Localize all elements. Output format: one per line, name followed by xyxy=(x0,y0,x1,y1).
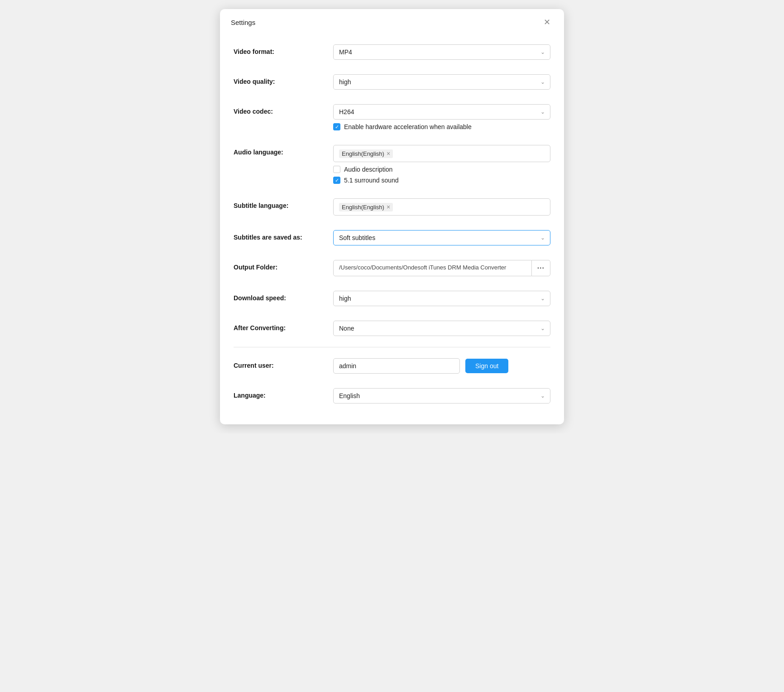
output-folder-wrapper: /Users/coco/Documents/Ondesoft iTunes DR… xyxy=(333,260,550,276)
language-select-wrapper: English Chinese Japanese ⌄ xyxy=(333,388,550,404)
language-row: Language: English Chinese Japanese ⌄ xyxy=(234,381,550,411)
current-user-row: Current user: Sign out xyxy=(234,351,550,381)
video-format-select-wrapper: MP4 MOV MKV AVI ⌄ xyxy=(333,44,550,60)
subtitles-saved-as-select[interactable]: Soft subtitles Hard subtitles External s… xyxy=(333,230,550,245)
sign-out-button[interactable]: Sign out xyxy=(465,359,508,373)
audio-language-tag: English(English) × xyxy=(339,149,393,158)
dialog-body: Video format: MP4 MOV MKV AVI ⌄ Video qu… xyxy=(220,33,564,424)
subtitle-language-label: Subtitle language: xyxy=(234,198,333,209)
section-divider xyxy=(234,347,550,347)
subtitle-language-tag: English(English) × xyxy=(339,203,393,211)
language-control: English Chinese Japanese ⌄ xyxy=(333,388,550,404)
hardware-acceleration-row: ✓ Enable hardware acceleration when avai… xyxy=(333,123,550,130)
after-converting-row: After Converting: None Sleep Shutdown ⌄ xyxy=(234,313,550,343)
subtitle-language-control: English(English) × xyxy=(333,198,550,216)
video-format-control: MP4 MOV MKV AVI ⌄ xyxy=(333,44,550,60)
subtitles-saved-as-control: Soft subtitles Hard subtitles External s… xyxy=(333,230,550,245)
surround-sound-row: ✓ 5.1 surround sound xyxy=(333,177,550,184)
video-codec-select-wrapper: H264 H265 AAC ⌄ xyxy=(333,104,550,120)
dialog-title: Settings xyxy=(231,19,255,26)
subtitles-saved-as-select-wrapper: Soft subtitles Hard subtitles External s… xyxy=(333,230,550,245)
output-folder-row: Output Folder: /Users/coco/Documents/Ond… xyxy=(234,253,550,284)
audio-language-label: Audio language: xyxy=(234,145,333,156)
audio-language-tag-input[interactable]: English(English) × xyxy=(333,145,550,162)
browse-folder-button[interactable]: ··· xyxy=(532,260,550,276)
subtitle-language-row: Subtitle language: English(English) × xyxy=(234,191,550,223)
video-format-select[interactable]: MP4 MOV MKV AVI xyxy=(333,44,550,60)
subtitle-language-tag-text: English(English) xyxy=(342,204,384,211)
audio-language-control: English(English) × Audio description ✓ 5… xyxy=(333,145,550,184)
subtitles-saved-as-label: Subtitles are saved as: xyxy=(234,230,333,241)
current-user-input[interactable] xyxy=(333,358,460,374)
after-converting-select-wrapper: None Sleep Shutdown ⌄ xyxy=(333,321,550,336)
surround-sound-checkbox[interactable]: ✓ xyxy=(333,177,340,184)
current-user-label: Current user: xyxy=(234,358,333,369)
subtitles-saved-as-row: Subtitles are saved as: Soft subtitles H… xyxy=(234,223,550,253)
video-codec-control: H264 H265 AAC ⌄ ✓ Enable hardware accele… xyxy=(333,104,550,130)
video-format-row: Video format: MP4 MOV MKV AVI ⌄ xyxy=(234,37,550,67)
output-folder-control: /Users/coco/Documents/Ondesoft iTunes DR… xyxy=(333,260,550,276)
video-quality-select[interactable]: high medium low xyxy=(333,74,550,90)
audio-language-tag-text: English(English) xyxy=(342,150,384,157)
close-button[interactable]: ✕ xyxy=(541,17,553,27)
output-folder-label: Output Folder: xyxy=(234,260,333,271)
after-converting-control: None Sleep Shutdown ⌄ xyxy=(333,321,550,336)
audio-language-tag-remove[interactable]: × xyxy=(387,150,390,157)
video-quality-label: Video quality: xyxy=(234,74,333,85)
video-codec-label: Video codec: xyxy=(234,104,333,115)
audio-description-checkbox[interactable] xyxy=(333,166,340,173)
video-quality-row: Video quality: high medium low ⌄ xyxy=(234,67,550,97)
after-converting-label: After Converting: xyxy=(234,321,333,332)
download-speed-control: high medium low ⌄ xyxy=(333,291,550,306)
subtitle-language-tag-input[interactable]: English(English) × xyxy=(333,198,550,216)
download-speed-label: Download speed: xyxy=(234,291,333,302)
download-speed-select-wrapper: high medium low ⌄ xyxy=(333,291,550,306)
hardware-acceleration-checkbox[interactable]: ✓ xyxy=(333,123,340,130)
hardware-acceleration-label: Enable hardware acceleration when availa… xyxy=(344,123,472,130)
after-converting-select[interactable]: None Sleep Shutdown xyxy=(333,321,550,336)
video-quality-select-wrapper: high medium low ⌄ xyxy=(333,74,550,90)
settings-dialog: Settings ✕ Video format: MP4 MOV MKV AVI… xyxy=(220,9,564,424)
audio-description-label: Audio description xyxy=(344,166,392,173)
video-codec-select[interactable]: H264 H265 AAC xyxy=(333,104,550,120)
dialog-header: Settings ✕ xyxy=(220,9,564,33)
video-format-label: Video format: xyxy=(234,44,333,55)
audio-language-row: Audio language: English(English) × Audio… xyxy=(234,138,550,191)
video-quality-control: high medium low ⌄ xyxy=(333,74,550,90)
video-codec-row: Video codec: H264 H265 AAC ⌄ ✓ Enable ha… xyxy=(234,97,550,138)
current-user-control: Sign out xyxy=(333,358,550,374)
download-speed-select[interactable]: high medium low xyxy=(333,291,550,306)
audio-description-row: Audio description xyxy=(333,166,550,173)
subtitle-language-tag-remove[interactable]: × xyxy=(387,204,390,210)
language-select[interactable]: English Chinese Japanese xyxy=(333,388,550,404)
language-label: Language: xyxy=(234,388,333,399)
surround-sound-label: 5.1 surround sound xyxy=(344,177,399,184)
output-folder-input: /Users/coco/Documents/Ondesoft iTunes DR… xyxy=(333,260,532,276)
download-speed-row: Download speed: high medium low ⌄ xyxy=(234,284,550,313)
